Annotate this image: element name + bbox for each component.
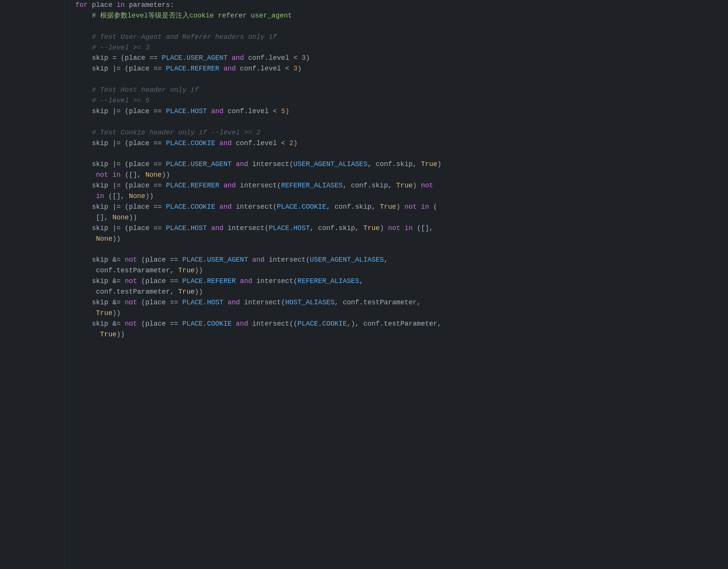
code-line bbox=[75, 21, 728, 32]
code-line: skip &= not (place == PLACE.REFERER and … bbox=[75, 276, 728, 287]
line-number-gutter bbox=[0, 0, 65, 569]
code-line: # Test Host header only if bbox=[75, 85, 728, 96]
code-line: skip &= not (place == PLACE.HOST and int… bbox=[75, 297, 728, 308]
code-line bbox=[75, 74, 728, 85]
code-line: in ([], None)) bbox=[75, 191, 728, 202]
code-line bbox=[75, 117, 728, 128]
code-content: for place in parameters: # 根据参数level等级是否… bbox=[65, 0, 728, 569]
code-line: skip &= not (place == PLACE.USER_AGENT a… bbox=[75, 255, 728, 265]
code-line: True)) bbox=[75, 329, 728, 340]
code-line: [], None)) bbox=[75, 213, 728, 223]
code-line: skip |= (place == PLACE.HOST and interse… bbox=[75, 223, 728, 234]
code-line: # --level >= 5 bbox=[75, 96, 728, 106]
code-editor: for place in parameters: # 根据参数level等级是否… bbox=[0, 0, 728, 569]
code-line: skip = (place == PLACE.USER_AGENT and co… bbox=[75, 53, 728, 64]
code-line: for place in parameters: bbox=[75, 0, 728, 11]
code-line: True)) bbox=[75, 308, 728, 319]
code-line: skip |= (place == PLACE.REFERER and inte… bbox=[75, 181, 728, 191]
code-line: # Test User-Agent and Referer headers on… bbox=[75, 32, 728, 43]
code-line: skip |= (place == PLACE.COOKIE and conf.… bbox=[75, 138, 728, 149]
code-line: # 根据参数level等级是否注入cookie referer user_age… bbox=[75, 11, 728, 21]
code-line: None)) bbox=[75, 234, 728, 245]
code-line: skip &= not (place == PLACE.COOKIE and i… bbox=[75, 319, 728, 329]
code-line: not in ([], None)) bbox=[75, 170, 728, 181]
code-line: skip |= (place == PLACE.USER_AGENT and i… bbox=[75, 159, 728, 170]
code-line: conf.testParameter, True)) bbox=[75, 287, 728, 297]
code-line: skip |= (place == PLACE.COOKIE and inter… bbox=[75, 202, 728, 213]
code-line: conf.testParameter, True)) bbox=[75, 265, 728, 276]
code-line bbox=[75, 244, 728, 255]
code-line: skip |= (place == PLACE.HOST and conf.le… bbox=[75, 106, 728, 117]
code-line: skip |= (place == PLACE.REFERER and conf… bbox=[75, 64, 728, 74]
code-line: # --level >= 3 bbox=[75, 43, 728, 53]
code-line bbox=[75, 149, 728, 159]
code-line: # Test Cookie header only if --level >= … bbox=[75, 128, 728, 138]
